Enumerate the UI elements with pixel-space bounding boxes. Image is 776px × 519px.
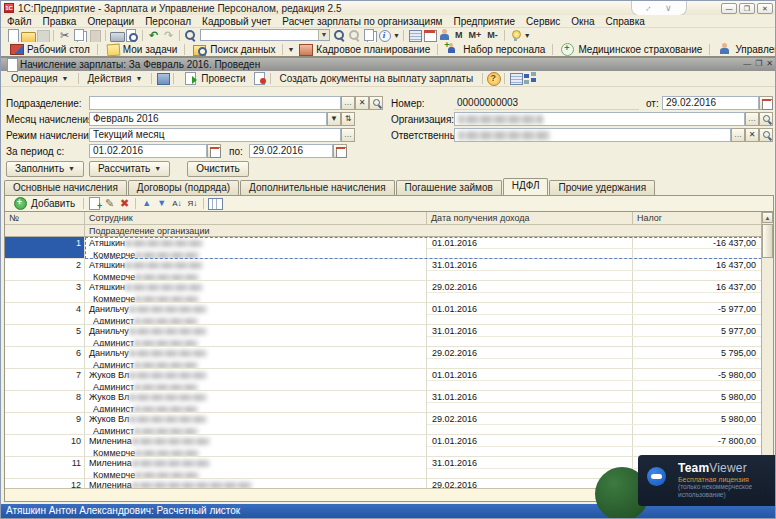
row-number-cell[interactable]: 7 <box>5 369 85 391</box>
employee-cell[interactable]: АтяшкинКоммерче <box>85 237 427 259</box>
copy-row-icon[interactable] <box>87 197 102 210</box>
tab-4[interactable]: НДФЛ <box>503 178 549 195</box>
undo-posting-icon[interactable] <box>252 72 267 85</box>
register-records-icon[interactable] <box>155 72 170 85</box>
delete-row-icon[interactable]: ✖ <box>117 197 132 210</box>
memory-mplus-button[interactable]: M+ <box>465 30 484 40</box>
edit-row-icon[interactable]: ✎ <box>102 197 117 210</box>
table-row[interactable]: 4ДанильчуАдминист01.01.2016-5 977,00 <box>5 303 762 325</box>
clear-button[interactable]: Очистить <box>187 161 249 177</box>
tab-3[interactable]: Погашение займов <box>396 180 502 195</box>
row-number-cell[interactable]: 6 <box>5 347 85 369</box>
employee-cell[interactable]: ДанильчуАдминист <box>85 347 427 369</box>
org-choose-button[interactable]: … <box>745 112 759 126</box>
doc-date-calendar-button[interactable] <box>759 96 773 110</box>
close-button[interactable]: ✕ <box>757 3 773 14</box>
col-header-date[interactable]: Дата получения дохода <box>427 212 633 224</box>
search-dropdown-icon[interactable]: ▼ <box>318 30 329 40</box>
doc-minimize-icon[interactable]: — <box>743 59 751 68</box>
structure-icon[interactable] <box>523 72 538 85</box>
department-clear-button[interactable]: ✕ <box>355 96 369 110</box>
my-tasks-button[interactable]: Мои задачи <box>101 42 182 57</box>
list-setup-icon[interactable] <box>207 197 222 210</box>
menu-item-2[interactable]: Операции <box>87 16 134 27</box>
table-row[interactable]: 2АтяшкинКоммерче31.01.201616 437,00 <box>5 259 762 281</box>
teamviewer-panel-tab[interactable]: ↕ ∨ <box>631 1 687 16</box>
resp-clear-button[interactable]: ✕ <box>745 128 759 142</box>
copy-icon[interactable] <box>72 29 87 42</box>
employee-cell[interactable]: Жуков ВлАдминист <box>85 391 427 413</box>
hr-planning-button[interactable]: Кадровое планирование <box>294 42 434 57</box>
table-row[interactable]: 5ДанильчуАдминист31.01.20165 977,00 <box>5 325 762 347</box>
period-to-calendar-button[interactable] <box>333 144 347 158</box>
create-payment-docs-button[interactable]: Создать документы на выплату зарплаты <box>274 71 480 86</box>
table-row[interactable]: 3АтяшкинКоммерче29.02.201616 437,00 <box>5 281 762 303</box>
row-number-cell[interactable]: 1 <box>5 237 85 259</box>
row-number-cell[interactable]: 10 <box>5 435 85 457</box>
col-header-employee[interactable]: Сотрудник <box>85 212 427 224</box>
info-icon[interactable] <box>377 29 392 42</box>
employee-cell[interactable]: Жуков ВлАдминист <box>85 413 427 435</box>
operation-button[interactable]: Операция▼ <box>5 71 75 86</box>
employee-cell[interactable]: Жуков ВлАдминист <box>85 369 427 391</box>
doc-restore-icon[interactable]: ❐ <box>755 59 762 68</box>
chevron-down-icon[interactable]: ∨ <box>665 4 672 13</box>
doc-date-input[interactable]: 29.02.2016 <box>662 96 759 110</box>
menu-item-1[interactable]: Правка <box>43 16 77 27</box>
search-icon[interactable] <box>183 29 198 42</box>
tab-1[interactable]: Договоры (подряда) <box>128 180 239 195</box>
period-from-input[interactable]: 01.02.2016 <box>89 144 207 158</box>
period-from-calendar-button[interactable] <box>207 144 221 158</box>
medical-insurance-button[interactable]: Медицинское страхование <box>556 42 706 57</box>
print-preview-icon[interactable] <box>124 29 139 42</box>
actions-button[interactable]: Действия▼ <box>82 71 149 86</box>
department-input[interactable] <box>89 96 341 110</box>
org-input[interactable] <box>454 112 745 126</box>
table-row[interactable]: 6ДанильчуАдминист29.02.20165 795,00 <box>5 347 762 369</box>
restore-button[interactable]: ❐ <box>739 3 755 14</box>
menu-item-6[interactable]: Предприятие <box>453 16 515 27</box>
undo-icon[interactable]: ↶ <box>146 29 161 42</box>
employee-cell[interactable]: ДанильчуАдминист <box>85 325 427 347</box>
doc-close-icon[interactable]: ✕ <box>766 59 773 68</box>
post-button[interactable]: Провести <box>177 70 251 87</box>
calculate-button[interactable]: Рассчитать▼ <box>89 161 170 177</box>
table-row[interactable]: 8Жуков ВлАдминист31.01.20165 980,00 <box>5 391 762 413</box>
period-to-input[interactable]: 29.02.2016 <box>249 144 333 158</box>
print-icon[interactable] <box>109 29 124 42</box>
menu-item-9[interactable]: Справка <box>606 16 645 27</box>
memory-m-button[interactable]: M <box>452 30 466 40</box>
row-number-cell[interactable]: 9 <box>5 413 85 435</box>
cut-icon[interactable]: ✂ <box>57 29 72 42</box>
employee-data-button[interactable]: Управление данными сотрудника <box>713 42 776 57</box>
tab-0[interactable]: Основные начисления <box>4 180 127 195</box>
sort-desc-icon[interactable]: Я↓ <box>185 199 201 208</box>
recruitment-button[interactable]: Набор персонала <box>441 42 549 57</box>
month-dropdown-button[interactable]: ▼ <box>327 112 341 126</box>
add-row-button[interactable]: Добавить <box>8 196 80 211</box>
fill-button[interactable]: Заполнить▼ <box>6 161 84 177</box>
resp-open-button[interactable] <box>759 128 773 142</box>
minimize-button[interactable]: — <box>721 3 737 14</box>
row-number-cell[interactable]: 8 <box>5 391 85 413</box>
memory-mminus-button[interactable]: M- <box>484 30 501 40</box>
row-number-cell[interactable]: 2 <box>5 259 85 281</box>
help-icon[interactable] <box>486 72 501 85</box>
quick-search-input[interactable]: ▼ <box>200 29 330 41</box>
row-number-cell[interactable]: 3 <box>5 281 85 303</box>
department-choose-button[interactable]: … <box>341 96 355 110</box>
table-row[interactable]: 7Жуков ВлАдминист01.01.2016-5 980,00 <box>5 369 762 391</box>
scroll-thumb[interactable] <box>762 224 773 258</box>
resp-choose-button[interactable]: … <box>731 128 745 142</box>
find-next-icon[interactable] <box>332 29 347 42</box>
row-number-cell[interactable]: 5 <box>5 325 85 347</box>
list-settings-icon[interactable] <box>508 72 523 85</box>
search-data-button[interactable]: Поиск данных <box>188 42 279 57</box>
menu-item-4[interactable]: Кадровый учет <box>202 16 271 27</box>
table-row[interactable]: 10МиленинаКоммерче01.01.2016-7 800,00 <box>5 435 762 457</box>
expand-icon[interactable]: ↕ <box>644 3 654 13</box>
employee-cell[interactable]: АтяшкинКоммерче <box>85 281 427 303</box>
table-row[interactable]: 9Жуков ВлАдминист29.02.20165 980,00 <box>5 413 762 435</box>
mode-input[interactable]: Текущий месяц <box>89 128 341 142</box>
tip-dropdown-icon[interactable]: ▼ <box>524 32 531 39</box>
